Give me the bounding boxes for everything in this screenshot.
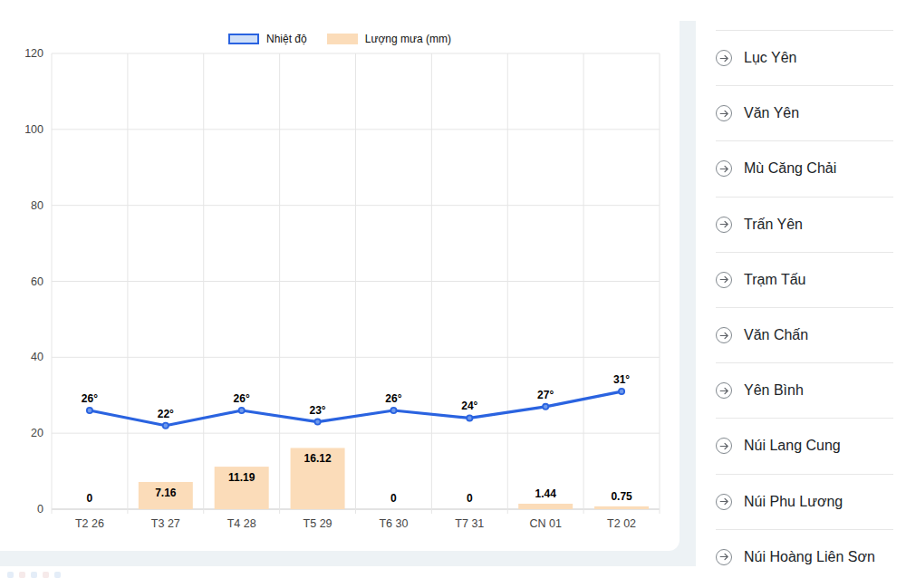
dot [31, 572, 37, 578]
temperature-point [543, 404, 548, 410]
arrow-circle-icon [716, 272, 732, 288]
location-item[interactable]: Núi Phu Lương [716, 474, 893, 529]
x-axis-label: T4 28 [227, 517, 256, 530]
arrow-circle-icon [716, 217, 732, 233]
x-axis-label: T7 31 [455, 517, 484, 530]
arrow-circle-icon [716, 50, 732, 66]
x-axis-label: CN 01 [529, 517, 561, 530]
y-axis-label: 20 [31, 427, 43, 439]
temperature-legend-label: Nhiệt độ [266, 33, 307, 45]
location-label: Núi Phu Lương [744, 494, 843, 510]
location-item[interactable]: Núi Hoàng Liên Sơn [716, 529, 893, 584]
chart-legend: Nhiệt độ Lượng mưa (mm) [0, 33, 680, 45]
location-item[interactable]: Văn Chấn [716, 307, 893, 362]
location-label: Núi Lang Cung [744, 438, 841, 454]
temperature-value-label: 31° [613, 373, 630, 386]
location-item[interactable]: Yên Bình [716, 362, 893, 418]
location-label: Trạm Tấu [744, 272, 805, 288]
location-item[interactable]: Núi Lang Cung [716, 418, 893, 473]
location-item[interactable]: Mù Căng Chải [716, 140, 893, 196]
locations-list: Lục YênVăn YênMù Căng ChảiTrấn YênTrạm T… [716, 30, 893, 584]
temperature-point [163, 423, 169, 429]
temperature-value-label: 27° [537, 389, 554, 401]
legend-item-temperature: Nhiệt độ [228, 33, 307, 45]
y-axis-label: 40 [31, 351, 43, 363]
temperature-point [619, 389, 624, 394]
y-axis-label: 0 [37, 503, 43, 516]
locations-sidebar: Lục YênVăn YênMù Căng ChảiTrấn YênTrạm T… [696, 0, 906, 588]
temperature-point [314, 419, 320, 424]
arrow-circle-icon [716, 382, 732, 399]
rainfall-legend-label: Lượng mưa (mm) [365, 33, 451, 45]
location-label: Yên Bình [744, 382, 804, 399]
location-label: Văn Yên [744, 105, 799, 121]
arrow-circle-icon [716, 160, 732, 177]
temperature-value-label: 26° [385, 392, 401, 405]
temperature-value-label: 26° [234, 392, 250, 405]
arrow-circle-icon [716, 494, 732, 510]
location-item[interactable]: Trạm Tấu [716, 252, 893, 307]
weather-chart: 020406080100120T2 26T3 27T4 28T5 29T6 30… [0, 0, 680, 551]
temperature-point [87, 408, 92, 413]
legend-item-rainfall: Lượng mưa (mm) [327, 33, 451, 45]
temperature-point [467, 415, 472, 420]
location-label: Mù Căng Chải [744, 160, 836, 177]
rainfall-bar [594, 506, 649, 509]
x-axis-label: T5 29 [304, 517, 333, 530]
x-axis-label: T3 27 [151, 517, 180, 530]
x-axis-label: T2 26 [75, 517, 104, 530]
rainfall-swatch [327, 34, 358, 44]
arrow-circle-icon [716, 105, 732, 121]
dot [54, 572, 61, 578]
dot [19, 572, 25, 578]
rainfall-value-label: 0 [390, 492, 397, 505]
temperature-value-label: 22° [158, 408, 174, 420]
x-axis-label: T2 02 [607, 517, 636, 530]
page: 020406080100120T2 26T3 27T4 28T5 29T6 30… [0, 0, 906, 588]
location-item[interactable]: Trấn Yên [716, 197, 893, 252]
y-axis-label: 120 [24, 47, 43, 60]
dot [7, 572, 14, 578]
dot [43, 572, 49, 578]
temperature-value-label: 24° [461, 400, 477, 412]
rainfall-value-label: 11.19 [228, 471, 255, 484]
rainfall-value-label: 0 [467, 492, 473, 505]
location-label: Lục Yên [744, 50, 796, 66]
location-label: Văn Chấn [744, 327, 808, 343]
arrow-circle-icon [716, 549, 732, 565]
y-axis-label: 100 [24, 123, 43, 136]
location-label: Trấn Yên [744, 217, 803, 233]
decoration-dots [7, 572, 61, 578]
rainfall-value-label: 16.12 [304, 452, 332, 465]
location-item[interactable]: Văn Yên [716, 85, 893, 140]
temperature-point [390, 408, 396, 413]
location-item[interactable]: Lục Yên [716, 30, 893, 85]
rainfall-value-label: 0 [87, 492, 93, 505]
temperature-swatch [228, 34, 259, 44]
temperature-value-label: 23° [309, 404, 325, 417]
rainfall-value-label: 1.44 [535, 487, 557, 500]
arrow-circle-icon [716, 327, 732, 343]
x-axis-label: T6 30 [379, 517, 408, 530]
temperature-point [239, 408, 245, 413]
arrow-circle-icon [716, 438, 732, 454]
y-axis-label: 80 [31, 199, 43, 212]
rainfall-value-label: 0.75 [611, 490, 632, 503]
rainfall-value-label: 7.16 [155, 487, 177, 499]
weather-chart-card: 020406080100120T2 26T3 27T4 28T5 29T6 30… [0, 0, 680, 551]
rainfall-bar [518, 504, 573, 509]
y-axis-label: 60 [31, 275, 43, 288]
location-label: Núi Hoàng Liên Sơn [744, 549, 875, 565]
temperature-value-label: 26° [82, 392, 98, 405]
